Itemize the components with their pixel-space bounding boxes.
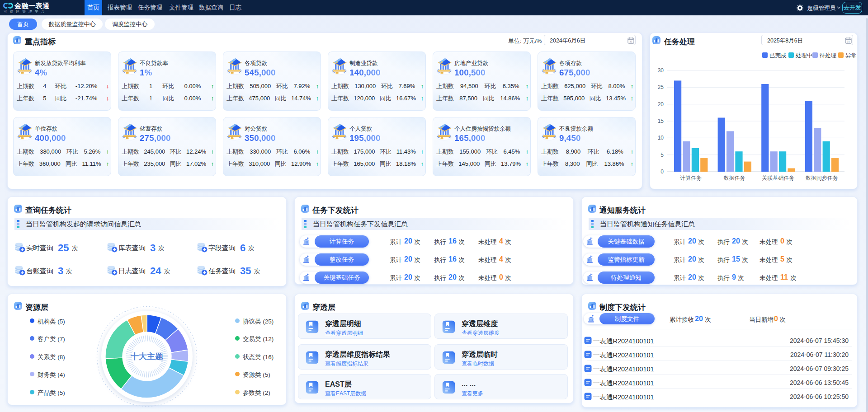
svg-text:处理中: 处理中 [795, 52, 813, 59]
svg-text:数据同步任务: 数据同步任务 [806, 175, 838, 181]
svg-text:20: 20 [658, 101, 664, 108]
svg-text:30: 30 [658, 67, 664, 74]
svg-text:关联基础任务: 关联基础任务 [762, 175, 794, 181]
svg-text:数据任务: 数据任务 [724, 175, 745, 181]
svg-text:计算任务: 计算任务 [680, 175, 702, 181]
svg-text:25: 25 [658, 84, 664, 90]
svg-text:5: 5 [660, 152, 664, 158]
svg-text:15: 15 [658, 118, 664, 124]
svg-text:已完成: 已完成 [769, 52, 787, 59]
svg-text:待处理: 待处理 [820, 52, 837, 59]
svg-text:31: 31 [629, 40, 632, 43]
svg-text:10: 10 [658, 135, 664, 141]
svg-text:十大主题: 十大主题 [130, 352, 164, 361]
svg-text:0: 0 [660, 169, 664, 175]
svg-text:异常: 异常 [845, 52, 857, 59]
